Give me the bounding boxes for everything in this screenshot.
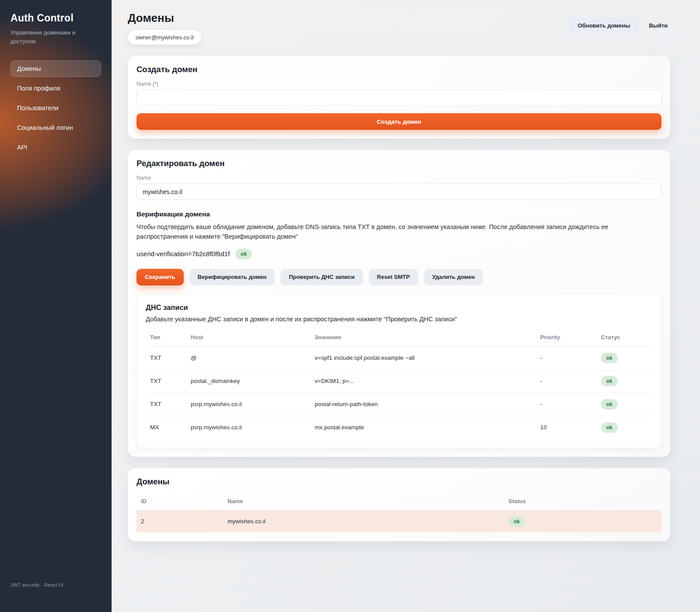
domains-list-title: Домены [136, 477, 662, 487]
logout-button[interactable]: Выйти [646, 17, 670, 34]
verification-title: Верификация домена [136, 210, 662, 218]
dns-col-priority: Priority [536, 329, 597, 347]
sidebar-nav-item-label: API [17, 144, 27, 151]
dns-record-row: MX psrp.mywishes.co.il mx.postal.example… [146, 416, 652, 439]
edit-domain-title: Редактировать домен [136, 159, 662, 168]
dns-record-host: psrp.mywishes.co.il [186, 416, 311, 439]
verification-token-row: userid-verification=7b2c8f0f6d1f ok [136, 249, 662, 259]
dns-records-description: Добавьте указанные ДНС записи в домен и … [146, 316, 652, 323]
app-title: Auth Control [10, 12, 101, 24]
refresh-domains-button[interactable]: Обновить домены [569, 17, 638, 34]
dns-record-type: TXT [146, 346, 186, 369]
dns-record-status-cell: ok [597, 346, 652, 369]
dns-record-host: postal._domainkey [186, 369, 311, 393]
dns-record-value: postal-return-path-token [310, 393, 536, 416]
reset-smtp-button[interactable]: Reset SMTP [369, 269, 418, 285]
create-domain-button[interactable]: Создать домен [136, 113, 662, 130]
dns-col-status: Статус [597, 329, 652, 347]
app-subtitle: Управление доменами и доступом [10, 28, 89, 45]
dns-record-type: TXT [146, 393, 186, 416]
verification-token: userid-verification=7b2c8f0f6d1f [136, 250, 230, 257]
verification-description: Чтобы подтвердить ваше обладание доменом… [136, 222, 631, 242]
dns-record-status-cell: ok [597, 393, 652, 416]
create-name-label: Name (*) [136, 81, 662, 87]
domains-col-id: ID [136, 493, 223, 511]
sidebar-footer-text: JWT security · React UI [10, 582, 63, 588]
dns-record-type: MX [146, 416, 186, 439]
sidebar-nav-item[interactable]: Поля профиля [10, 80, 101, 97]
delete-domain-button[interactable]: Удалить домен [424, 269, 483, 285]
dns-record-row: TXT @ v=spf1 include:spf.postal.example … [146, 346, 652, 369]
domains-table: ID Name Status 2 mywishes.co.il ok [136, 493, 662, 532]
domain-name: mywishes.co.il [223, 510, 504, 532]
dns-record-row: TXT psrp.mywishes.co.il postal-return-pa… [146, 393, 652, 416]
dns-record-priority: 10 [536, 416, 597, 439]
domains-table-header-row: ID Name Status [136, 493, 662, 511]
dns-record-status-cell: ok [597, 416, 652, 439]
domain-actions-row: Сохранить Верифицировать домен Проверить… [136, 269, 662, 285]
dns-record-status-badge: ok [601, 376, 618, 386]
account-email-badge: owner@mywishes.co.il [128, 30, 201, 45]
sidebar-nav-item-label: Домены [17, 65, 41, 72]
domain-row[interactable]: 2 mywishes.co.il ok [136, 510, 662, 532]
dns-record-status-badge: ok [601, 353, 618, 363]
dns-record-status-badge: ok [601, 399, 618, 410]
sidebar-nav-item-label: Пользователи [17, 104, 59, 111]
check-dns-button[interactable]: Проверить ДНС записи [280, 269, 363, 285]
dns-col-host: Host [186, 329, 311, 347]
verification-status-badge: ok [235, 249, 252, 259]
create-domain-card: Создать домен Name (*) Создать домен [128, 56, 670, 139]
dns-record-priority: - [536, 369, 597, 393]
verify-domain-button[interactable]: Верифицировать домен [189, 269, 275, 285]
sidebar-nav-item-label: Поля профиля [17, 85, 60, 92]
dns-record-value: mx.postal.example [310, 416, 536, 439]
edit-name-label: Name [136, 175, 662, 181]
dns-records-card: ДНС записи Добавьте указанные ДНС записи… [136, 294, 662, 448]
topbar-actions: Обновить домены Выйти [569, 17, 670, 34]
dns-record-type: TXT [146, 369, 186, 393]
dns-record-priority: - [536, 346, 597, 369]
topbar-left: Домены owner@mywishes.co.il [128, 11, 201, 45]
domains-col-status: Status [504, 493, 662, 511]
dns-record-value: v=DKIM1; p=... [310, 369, 536, 393]
edit-domain-card: Редактировать домен Name Верификация дом… [128, 150, 670, 457]
domain-status-cell: ok [504, 510, 662, 532]
domains-list-card: Домены ID Name Status 2 mywishes.co.il o [128, 468, 670, 541]
dns-record-status-cell: ok [597, 369, 652, 393]
domain-status-badge: ok [508, 516, 525, 527]
create-name-input[interactable] [136, 90, 662, 106]
sidebar-nav-item[interactable]: Пользователи [10, 100, 101, 116]
dns-record-priority: - [536, 393, 597, 416]
page-title: Домены [128, 11, 201, 25]
dns-records-table: Тип Host Значение Priority Статус TXT @ … [146, 329, 652, 439]
topbar: Домены owner@mywishes.co.il Обновить дом… [128, 11, 670, 45]
sidebar-nav-item[interactable]: API [10, 139, 101, 156]
edit-name-input[interactable] [136, 184, 662, 200]
dns-record-row: TXT postal._domainkey v=DKIM1; p=... - o… [146, 369, 652, 393]
dns-col-value: Значение [310, 329, 536, 347]
dns-table-header-row: Тип Host Значение Priority Статус [146, 329, 652, 347]
sidebar-nav-item[interactable]: Домены [10, 60, 101, 77]
dns-record-host: @ [186, 346, 311, 369]
sidebar: Auth Control Управление доменами и досту… [0, 0, 112, 612]
sidebar-nav-item-label: Социальный логин [17, 124, 73, 131]
save-button[interactable]: Сохранить [136, 269, 184, 285]
dns-record-value: v=spf1 include:spf.postal.example ~all [310, 346, 536, 369]
sidebar-nav: Домены Поля профиля Пользователи Социаль… [10, 60, 101, 156]
dns-record-host: psrp.mywishes.co.il [186, 393, 311, 416]
create-domain-title: Создать домен [136, 65, 662, 74]
dns-records-title: ДНС записи [146, 303, 652, 312]
sidebar-nav-item[interactable]: Социальный логин [10, 119, 101, 136]
domains-col-name: Name [223, 493, 504, 511]
domain-id: 2 [136, 510, 223, 532]
dns-record-status-badge: ok [601, 422, 618, 433]
dns-col-type: Тип [146, 329, 186, 347]
main-content: Домены owner@mywishes.co.il Обновить дом… [112, 0, 700, 612]
